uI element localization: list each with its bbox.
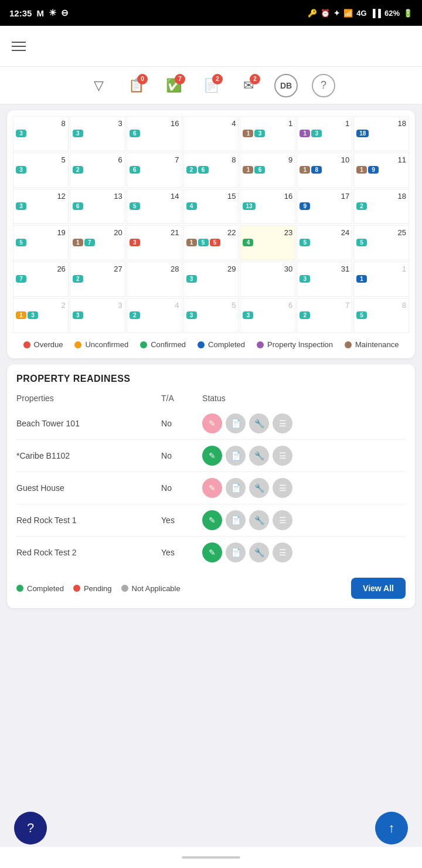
status-icon-circle[interactable]: 🔧 [249,413,269,433]
calendar-cell[interactable]: 22155 [183,225,239,260]
status-icon-circle[interactable]: 🔧 [249,478,269,498]
calendar-cell[interactable]: 85 [353,298,409,333]
help-fab-button[interactable]: ? [14,812,47,845]
avatar-button[interactable]: DB [273,73,299,99]
hamburger-menu[interactable] [12,42,26,51]
calendar-cell[interactable]: 1119 [353,152,409,188]
calendar-cell[interactable]: 62 [70,152,125,188]
calendar-cell[interactable]: 11 [353,262,409,297]
calendar-cell[interactable]: 42 [127,298,182,333]
calendar-cell[interactable]: 33 [70,298,125,333]
calendar-badge: 1 [73,239,83,246]
calendar-badge: 1 [16,311,26,319]
calendar-cell[interactable]: 83 [13,116,69,151]
calendar-cell[interactable]: 30 [240,262,295,297]
calendar-cell[interactable]: 213 [127,225,182,260]
readiness-legend-item: Completed [16,584,64,593]
calendar-cell[interactable]: 145 [127,189,182,224]
calendar-cell[interactable]: 76 [127,152,182,188]
calendar-cell[interactable]: 313 [297,262,352,297]
status-icon-circle[interactable]: ☰ [273,542,292,562]
calendar-cell[interactable]: 53 [13,152,69,188]
calendar-cell[interactable]: 154 [183,189,239,224]
status-icon-circle[interactable]: 🔧 [249,510,269,530]
calendar-badge: 5 [356,311,367,319]
calendar-cell[interactable]: 4 [183,116,239,151]
calendar-cell[interactable]: 2017 [70,225,125,260]
help-button[interactable]: ? [311,73,336,99]
calendar-cell[interactable]: 195 [13,225,69,260]
calendar-day: 30 [243,265,292,273]
inbox-button[interactable]: 📋 0 [123,73,149,99]
status-icon-circle[interactable]: 🔧 [249,446,269,466]
status-icon-circle[interactable]: ✎ [202,478,222,498]
status-icon-circle[interactable]: ☰ [273,478,292,498]
status-icon-circle[interactable]: 📄 [226,542,246,562]
calendar-cell[interactable]: 916 [240,152,295,188]
calendar-cell[interactable]: 1613 [240,189,295,224]
calendar-day: 5 [186,301,236,310]
status-icon-circle[interactable]: 📄 [226,478,246,498]
calendar-day: 1 [243,119,292,128]
readiness-table: Properties T/A Status Beach Tower 101No✎… [16,391,406,568]
view-all-button[interactable]: View All [351,578,406,599]
calendar-cell[interactable]: 123 [13,189,69,224]
calendar-badge: 1 [300,166,310,174]
readiness-row: Guest HouseNo✎📄🔧☰ [16,472,406,504]
calendar-cell[interactable]: 267 [13,262,69,297]
status-icon-circle[interactable]: ☰ [273,446,292,466]
legend-label: Property Inspection [267,340,333,349]
legend-dot [198,341,205,348]
mail-button[interactable]: ✉ 2 [236,73,261,99]
filter-button[interactable]: ▽ [86,73,111,99]
status-icon-circle[interactable]: ✎ [202,413,222,433]
calendar-cell[interactable]: 1018 [297,152,352,188]
tasks-button[interactable]: ✅ 7 [161,73,186,99]
calendar-cell[interactable]: 826 [183,152,239,188]
calendar-cell[interactable]: 255 [353,225,409,260]
calendar-cell[interactable]: 28 [127,262,182,297]
status-icon-circle[interactable]: 🔧 [249,542,269,562]
legend-dot [74,341,81,348]
calendar-cell[interactable]: 245 [297,225,352,260]
calendar-cell[interactable]: 72 [297,298,352,333]
readiness-row: Red Rock Test 1Yes✎📄🔧☰ [16,504,406,537]
calendar-badge: 8 [311,166,322,174]
calendar-cell[interactable]: 1818 [353,116,409,151]
calendar-cell[interactable]: 113 [240,116,295,151]
calendar-cell[interactable]: 63 [240,298,295,333]
status-icon-circle[interactable]: 📄 [226,510,246,530]
calendar-day: 11 [356,155,406,164]
calendar-cell[interactable]: 113 [297,116,352,151]
legend-item: Overdue [23,340,63,349]
status-icon-circle[interactable]: ☰ [273,413,292,433]
scroll-up-fab-button[interactable]: ↑ [375,812,408,845]
status-icon-circle[interactable]: ☰ [273,510,292,530]
calendar-cell[interactable]: 293 [183,262,239,297]
calendar-badge: 6 [130,130,140,137]
status-bt-icon: ✦ [333,9,340,18]
calendar-badge: 1 [300,130,310,137]
readiness-section: PROPERTY READINESS Properties T/A Status… [7,364,415,608]
status-icon-1: ☀ [49,8,56,18]
calendar-cell[interactable]: 272 [70,262,125,297]
calendar-badge: 2 [186,166,197,174]
calendar-cell[interactable]: 136 [70,189,125,224]
calendar-day: 16 [130,119,179,128]
calendar-cell[interactable]: 182 [353,189,409,224]
calendar-cell[interactable]: 53 [183,298,239,333]
status-icon-circle[interactable]: ✎ [202,510,222,530]
calendar-cell[interactable]: 213 [13,298,69,333]
calendar-cell[interactable]: 234 [240,225,295,260]
docs-button[interactable]: 📄 2 [198,73,224,99]
status-4g-icon: 4G [356,9,366,18]
calendar-day: 4 [130,301,179,310]
calendar-cell[interactable]: 33 [70,116,125,151]
ta-value: No [161,440,202,472]
status-icon-circle[interactable]: 📄 [226,413,246,433]
calendar-cell[interactable]: 166 [127,116,182,151]
status-icon-circle[interactable]: ✎ [202,446,222,466]
status-icon-circle[interactable]: 📄 [226,446,246,466]
status-icon-circle[interactable]: ✎ [202,542,222,562]
calendar-cell[interactable]: 179 [297,189,352,224]
